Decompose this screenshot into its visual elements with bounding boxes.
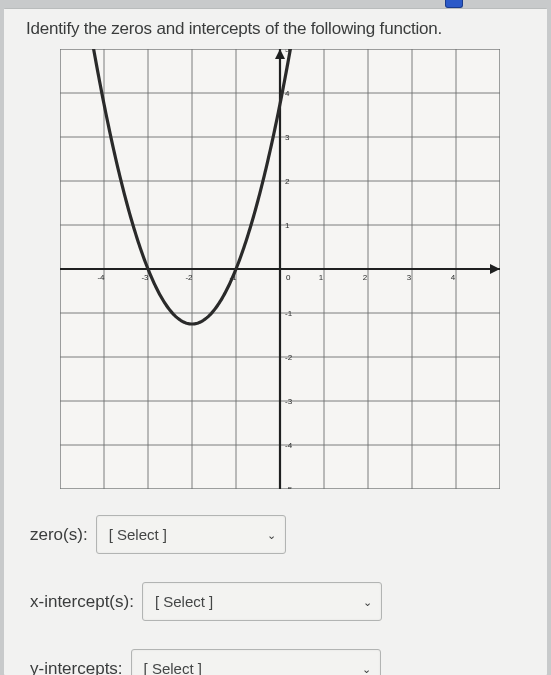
- svg-text:0: 0: [286, 273, 291, 282]
- svg-text:-3: -3: [141, 273, 149, 282]
- x-intercepts-label: x-intercept(s):: [30, 592, 134, 612]
- svg-text:1: 1: [318, 273, 323, 282]
- svg-marker-25: [275, 49, 285, 59]
- svg-text:4: 4: [285, 89, 290, 98]
- header-tab-icon: [445, 0, 463, 8]
- svg-text:-5: -5: [285, 485, 293, 489]
- zeros-select[interactable]: [ Select ]: [96, 515, 286, 554]
- chart-container: -4-3-2-101234-5-4-3-2-112345: [26, 49, 533, 489]
- svg-text:1: 1: [285, 221, 290, 230]
- question-card: Identify the zeros and intercepts of the…: [4, 8, 547, 675]
- svg-text:-2: -2: [285, 353, 293, 362]
- zeros-label: zero(s):: [30, 525, 88, 545]
- svg-text:-4: -4: [285, 441, 293, 450]
- svg-text:-4: -4: [97, 273, 105, 282]
- x-intercepts-row: x-intercept(s): [ Select ] ⌄: [30, 582, 533, 621]
- x-intercepts-select[interactable]: [ Select ]: [142, 582, 382, 621]
- zeros-row: zero(s): [ Select ] ⌄: [30, 515, 533, 554]
- svg-text:3: 3: [406, 273, 411, 282]
- y-intercepts-label: y-intercepts:: [30, 659, 123, 676]
- svg-text:-3: -3: [285, 397, 293, 406]
- y-intercepts-select[interactable]: [ Select ]: [131, 649, 381, 675]
- question-text: Identify the zeros and intercepts of the…: [26, 19, 533, 39]
- y-intercepts-row: y-intercepts: [ Select ] ⌄: [30, 649, 533, 675]
- svg-text:-2: -2: [185, 273, 193, 282]
- svg-text:2: 2: [362, 273, 367, 282]
- svg-text:-1: -1: [285, 309, 293, 318]
- svg-text:3: 3: [285, 133, 290, 142]
- svg-text:2: 2: [285, 177, 290, 186]
- svg-text:4: 4: [450, 273, 455, 282]
- svg-marker-26: [490, 264, 500, 274]
- answer-block: zero(s): [ Select ] ⌄ x-intercept(s): [ …: [26, 515, 533, 675]
- parabola-graph: -4-3-2-101234-5-4-3-2-112345: [60, 49, 500, 489]
